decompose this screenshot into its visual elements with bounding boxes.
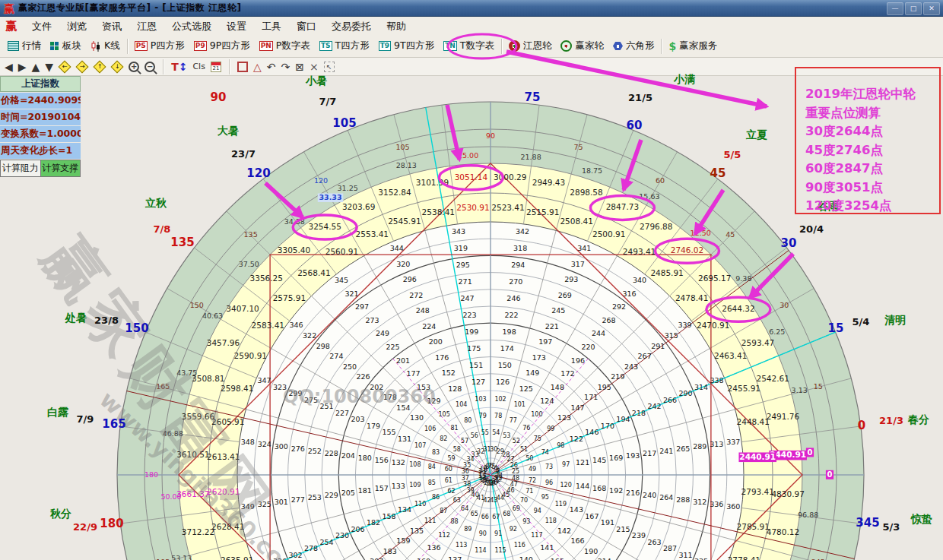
svg-text:31.25: 31.25 <box>338 184 358 192</box>
arrow-glyph: ← <box>62 63 68 69</box>
nav-down-icon[interactable]: ▼ <box>45 61 53 73</box>
rect-tool-icon[interactable] <box>237 62 248 72</box>
svg-text:2593.47: 2593.47 <box>741 338 774 347</box>
svg-text:206: 206 <box>351 525 365 533</box>
svg-text:25: 25 <box>512 468 519 475</box>
svg-text:312: 312 <box>693 498 706 506</box>
toolbar-button-hexagon[interactable]: 六角形 <box>608 40 659 52</box>
menubar: 赢 文件浏览资讯江恩公式选股设置工具窗口交易委托帮助 <box>0 17 943 36</box>
select-tool-icon[interactable]: ↖ <box>324 62 335 72</box>
zoom-in-icon[interactable]: + <box>129 62 139 72</box>
menu-item-3[interactable]: 江恩 <box>129 21 164 32</box>
svg-text:265: 265 <box>676 445 690 453</box>
svg-text:80: 80 <box>464 417 472 424</box>
svg-text:59: 59 <box>448 455 456 462</box>
svg-text:64: 64 <box>461 505 468 512</box>
svg-text:116: 116 <box>514 542 525 549</box>
svg-text:322: 322 <box>303 331 316 340</box>
callout-line-6: 120度3254点 <box>805 197 935 216</box>
toolbar-button-quotes[interactable]: 行情 <box>3 40 46 52</box>
svg-text:318: 318 <box>513 244 527 252</box>
svg-text:191: 191 <box>601 518 614 527</box>
svg-text:183: 183 <box>383 547 397 555</box>
menu-item-1[interactable]: 浏览 <box>59 21 94 32</box>
menu-item-2[interactable]: 资讯 <box>94 21 129 32</box>
zoom-out-icon[interactable]: − <box>144 62 155 72</box>
svg-text:314: 314 <box>694 383 708 391</box>
menu-items: 文件浏览资讯江恩公式选股设置工具窗口交易委托帮助 <box>24 18 414 33</box>
menu-item-7[interactable]: 窗口 <box>289 21 324 32</box>
svg-text:92: 92 <box>510 526 517 533</box>
svg-text:140: 140 <box>519 555 533 560</box>
toolbar-button-winner-service[interactable]: $赢家服务 <box>664 40 722 52</box>
svg-text:2898.58: 2898.58 <box>570 188 602 197</box>
svg-text:336: 336 <box>710 500 723 508</box>
pan-right-icon[interactable]: → <box>76 60 89 73</box>
svg-text:137: 137 <box>448 555 462 560</box>
svg-text:3.13: 3.13 <box>792 386 808 394</box>
toolbar-button-winner-wheel[interactable]: 赢家轮 <box>556 40 608 52</box>
svg-text:217: 217 <box>643 449 656 457</box>
delete-box-icon[interactable]: ⊠ <box>295 61 304 73</box>
svg-text:105: 105 <box>438 411 449 418</box>
menu-item-9[interactable]: 帮助 <box>379 21 414 32</box>
menu-item-6[interactable]: 工具 <box>254 21 289 32</box>
toolbar-button-9p-square[interactable]: P99P四方形 <box>189 40 255 52</box>
svg-text:63: 63 <box>453 497 461 504</box>
shrink-tool-icon[interactable]: × <box>310 61 319 73</box>
cls-button[interactable]: Cls <box>192 61 205 73</box>
updown-t-icon[interactable]: T↕ <box>171 61 187 73</box>
app-icon: 赢 <box>4 3 14 14</box>
svg-text:271: 271 <box>459 277 472 286</box>
svg-text:2553.41: 2553.41 <box>356 229 389 239</box>
svg-text:250: 250 <box>343 362 357 371</box>
svg-text:2508.41: 2508.41 <box>560 217 592 226</box>
svg-text:49: 49 <box>529 466 536 473</box>
toolbar-separator <box>501 39 502 54</box>
toolbar-button-p-square[interactable]: PSP四方形 <box>130 40 189 52</box>
dollar-icon: $ <box>668 41 676 52</box>
menu-item-0[interactable]: 文件 <box>24 21 59 32</box>
svg-text:268: 268 <box>602 316 615 324</box>
pan-up-icon[interactable]: ↑ <box>94 60 106 73</box>
svg-text:135: 135 <box>410 527 424 535</box>
toolbar-button-kline[interactable]: K线 <box>86 40 125 52</box>
pan-down-icon[interactable]: ↓ <box>111 60 124 73</box>
menu-item-4[interactable]: 公式选股 <box>164 21 219 32</box>
calc-resistance-button[interactable]: 计算阻力 <box>0 160 41 177</box>
toolbar-button-t-table[interactable]: TNT数字表 <box>439 40 499 52</box>
toolbar-button-p-table[interactable]: PNP数字表 <box>255 40 315 52</box>
toolbar-button-sectors[interactable]: 板块 <box>46 40 86 52</box>
svg-text:194: 194 <box>616 415 630 423</box>
calendar-icon[interactable]: 21 <box>211 62 221 72</box>
svg-text:3356.25: 3356.25 <box>250 274 283 283</box>
calc-support-button[interactable]: 计算支撑 <box>41 160 81 177</box>
triangle-tool-icon[interactable]: △ <box>253 61 262 73</box>
nav-up-icon[interactable]: ▲ <box>32 61 40 73</box>
close-button[interactable]: ✕ <box>923 2 940 15</box>
svg-text:300: 300 <box>275 442 288 451</box>
rotate-ccw-icon[interactable]: ↶ <box>267 61 276 73</box>
menu-item-5[interactable]: 设置 <box>219 21 254 32</box>
svg-text:290: 290 <box>678 389 692 397</box>
pan-left-icon[interactable]: ← <box>59 60 71 73</box>
chart-canvas[interactable]: 0153045607590105120135150165180195210225… <box>0 76 943 560</box>
svg-text:3610.51: 3610.51 <box>176 450 209 459</box>
svg-text:24: 24 <box>495 473 503 479</box>
minimize-button[interactable]: — <box>887 2 903 15</box>
svg-text:0: 0 <box>827 470 833 479</box>
rotate-cw-icon[interactable]: ↷ <box>281 61 290 73</box>
toolbar-button-gann-wheel[interactable]: 江恩轮 <box>504 40 557 52</box>
nav-right-icon[interactable]: ▶ <box>18 61 27 73</box>
svg-text:227: 227 <box>335 409 349 417</box>
svg-text:89: 89 <box>464 526 472 533</box>
toolbar-button-9t-square[interactable]: T99T四方形 <box>374 40 440 52</box>
svg-text:151: 151 <box>469 361 483 369</box>
svg-text:317: 317 <box>571 260 585 268</box>
toolbar-button-t-square[interactable]: TST四方形 <box>315 40 374 52</box>
svg-text:156: 156 <box>375 456 389 464</box>
nav-left-icon[interactable]: ◀ <box>5 61 13 73</box>
menu-item-8[interactable]: 交易委托 <box>324 21 379 32</box>
svg-text:2515.91: 2515.91 <box>526 207 559 217</box>
maximize-button[interactable]: □ <box>905 2 922 15</box>
